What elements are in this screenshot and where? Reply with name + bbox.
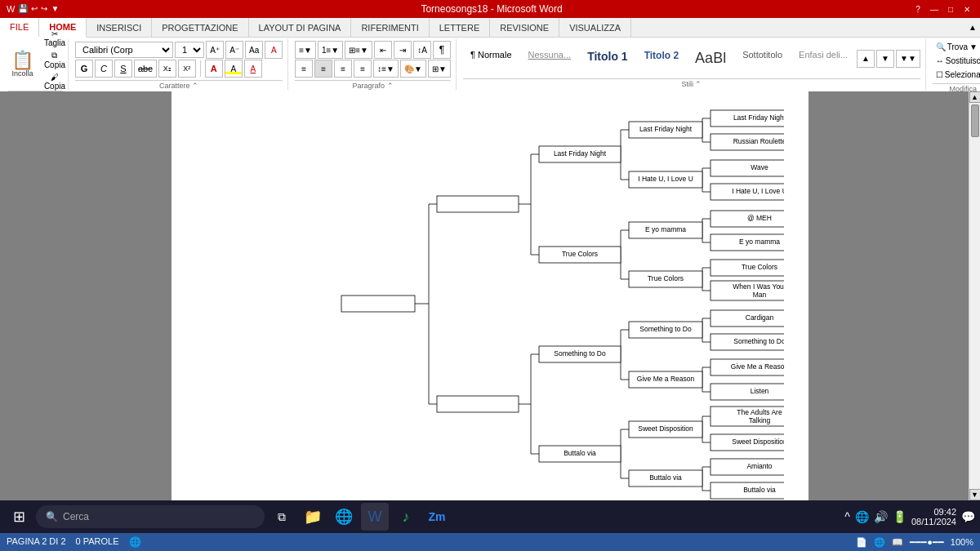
group-modifica: 🔍 Trova ▼ ↔ Sostituisci ☐ Seleziona ▼ Mo… [928, 39, 980, 90]
style-titolo2[interactable]: Titolo 2 [637, 48, 686, 69]
text-color-button2[interactable]: A [244, 60, 262, 78]
word-icon[interactable]: W [7, 4, 15, 14]
page-info: PAGINA 2 DI 2 [7, 536, 66, 548]
clock-display[interactable]: 09:42 08/11/2024 [911, 507, 956, 527]
pilcrow-button[interactable]: ¶ [433, 41, 451, 59]
view-web-icon[interactable]: 🌐 [874, 537, 885, 548]
redo-icon[interactable]: ↪ [41, 4, 47, 14]
minimize-button[interactable]: — [928, 3, 941, 15]
font-case-button[interactable]: Aa [245, 41, 263, 59]
close-button[interactable]: ✕ [960, 3, 973, 15]
trova-button[interactable]: 🔍 Trova ▼ [933, 41, 980, 53]
chevron-icon[interactable]: ^ [844, 510, 850, 523]
style-titolo[interactable]: AaBl [688, 48, 733, 69]
customize-icon[interactable]: ▼ [51, 4, 59, 14]
scroll-thumb[interactable] [971, 104, 979, 137]
font-shrink-button[interactable]: A⁻ [225, 41, 243, 59]
ribbon-collapse-icon[interactable]: ▲ [969, 23, 977, 32]
vertical-scrollbar[interactable]: ▲ ▼ [969, 91, 980, 500]
highlight-button[interactable]: A [225, 60, 243, 78]
styles-scroll-up[interactable]: ▲ [857, 50, 875, 68]
increase-indent-button[interactable]: ⇥ [394, 41, 412, 59]
seleziona-button[interactable]: ☐ Seleziona ▼ [933, 69, 980, 81]
decrease-indent-button[interactable]: ⇤ [374, 41, 392, 59]
tab-layout[interactable]: LAYOUT DI PAGINA [249, 18, 352, 37]
undo-icon[interactable]: ↩ [31, 4, 38, 14]
align-left-button[interactable]: ≡ [295, 60, 313, 78]
italic-button[interactable]: C [95, 60, 113, 78]
bullet-list-button[interactable]: ≡▼ [295, 41, 316, 59]
seleziona-label: Seleziona [945, 70, 980, 79]
style-nessuna[interactable]: Nessuna... [521, 48, 579, 69]
svg-text:Last Friday Night: Last Friday Night [733, 113, 784, 122]
font-grow-button[interactable]: A⁺ [206, 41, 224, 59]
styles-expand[interactable]: ▼▼ [896, 50, 920, 68]
copia-button[interactable]: ⧉ Copia [38, 50, 71, 70]
sostituisci-button[interactable]: ↔ Sostituisci [933, 55, 980, 67]
styles-scroll-down[interactable]: ▼ [876, 50, 894, 68]
justify-button[interactable]: ≡ [354, 60, 372, 78]
svg-text:True Colors: True Colors [742, 263, 777, 271]
zoom-slider[interactable]: ━━━●━━ [910, 537, 944, 548]
tab-visualizza[interactable]: VISUALIZZA [559, 18, 631, 37]
style-sottotitolo[interactable]: Sottotitolo [735, 48, 790, 69]
taskbar-search-box[interactable]: 🔍 Cerca [36, 505, 265, 528]
notification-icon[interactable]: 💬 [961, 510, 975, 523]
style-enfasi[interactable]: Enfasi deli... [791, 48, 855, 69]
tab-revisione[interactable]: REVISIONE [490, 18, 559, 37]
incolla-button[interactable]: 📋 Incolla [8, 50, 37, 79]
align-right-button[interactable]: ≡ [334, 60, 352, 78]
tab-inserisci[interactable]: INSERISCI [87, 18, 152, 37]
font-size-select[interactable]: 11 [175, 42, 204, 58]
svg-text:Give Me a Reason: Give Me a Reason [731, 362, 784, 371]
battery-icon[interactable]: 🔋 [893, 510, 906, 523]
svg-text:True Colors: True Colors [648, 274, 684, 282]
tab-file[interactable]: FILE [0, 18, 39, 38]
shading-button[interactable]: 🎨▼ [400, 60, 426, 78]
underline-button[interactable]: S [114, 60, 132, 78]
font-color-button[interactable]: A [205, 60, 223, 78]
tab-riferimenti[interactable]: RIFERIMENTI [351, 18, 429, 37]
spotify-button[interactable]: ♪ [392, 503, 420, 531]
ribbon-content: 📋 Incolla ✂ Taglia ⧉ Copia 🖌 Copia forma… [0, 38, 980, 91]
svg-text:E yo mamma: E yo mamma [645, 225, 686, 233]
view-print-icon[interactable]: 📄 [856, 537, 867, 548]
maximize-button[interactable]: □ [944, 3, 957, 15]
taskbar-system-tray: ^ 🌐 🔊 🔋 09:42 08/11/2024 💬 [844, 507, 975, 527]
taglia-button[interactable]: ✂ Taglia [38, 29, 71, 48]
help-button[interactable]: ? [911, 3, 924, 15]
superscript-button[interactable]: X² [178, 60, 196, 78]
chrome-icon: 🌐 [335, 508, 353, 526]
network-icon[interactable]: 🌐 [855, 510, 869, 523]
numbered-list-button[interactable]: 1≡▼ [318, 41, 343, 59]
scroll-up-button[interactable]: ▲ [969, 91, 981, 103]
borders-button[interactable]: ⊞▼ [428, 60, 451, 78]
start-button[interactable]: ⊞ [5, 503, 33, 531]
clear-format-button[interactable]: A [265, 41, 283, 59]
group-carattere: Calibri (Corp 11 A⁺ A⁻ Aa A G C S abc X₂ [70, 39, 288, 90]
word-taskbar-button[interactable]: W [361, 503, 389, 531]
line-spacing-button[interactable]: ↕≡▼ [373, 60, 399, 78]
sostituisci-label: Sostituisci [946, 56, 980, 65]
view-read-icon[interactable]: 📖 [892, 537, 903, 548]
taskview-button[interactable]: ⧉ [268, 503, 296, 531]
sort-button[interactable]: ↕A [413, 41, 431, 59]
tab-lettere[interactable]: LETTERE [430, 18, 491, 37]
save-icon[interactable]: 💾 [18, 4, 28, 14]
scroll-down-button[interactable]: ▼ [969, 489, 981, 500]
multilevel-list-button[interactable]: ⊞≡▼ [345, 41, 372, 59]
align-center-button[interactable]: ≡ [314, 60, 332, 78]
style-titolo1[interactable]: Titolo 1 [580, 48, 635, 69]
explorer-button[interactable]: 📁 [299, 503, 327, 531]
font-family-select[interactable]: Calibri (Corp [75, 42, 173, 58]
bold-button[interactable]: G [75, 60, 93, 78]
strikethrough-button[interactable]: abc [134, 60, 157, 78]
style-normale[interactable]: ¶ Normale [463, 48, 519, 69]
subscript-button[interactable]: X₂ [158, 60, 176, 78]
chrome-button[interactable]: 🌐 [330, 503, 358, 531]
volume-icon[interactable]: 🔊 [874, 510, 888, 523]
sep1 [200, 60, 201, 77]
zoom-app-button[interactable]: Zm [423, 503, 451, 531]
document-page[interactable]: Last Friday Night Russian Roulette Wave … [172, 91, 808, 500]
tab-progettazione[interactable]: PROGETTAZIONE [152, 18, 248, 37]
